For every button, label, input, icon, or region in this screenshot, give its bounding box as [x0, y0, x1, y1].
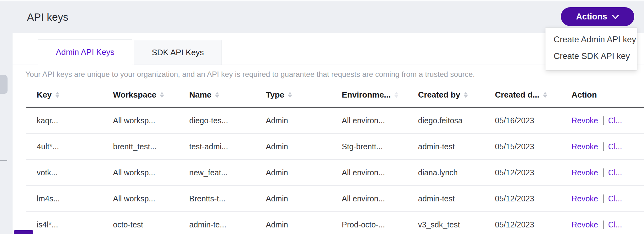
cell-created-date: 05/16/2023	[495, 116, 572, 125]
cell-type: Admin	[266, 142, 342, 151]
cell-workspace: octo-test	[113, 220, 189, 229]
table-header-row: Key Workspace Name Type Environme...	[26, 90, 644, 108]
table-row: votk... All worksp... new_feat... Admin …	[26, 160, 644, 186]
tab-admin-api-keys[interactable]: Admin API Keys	[38, 40, 132, 65]
clone-link[interactable]: Cl...	[608, 142, 622, 151]
tab-sdk-api-keys[interactable]: SDK API Keys	[134, 40, 222, 65]
action-divider	[603, 116, 604, 125]
action-divider	[603, 221, 604, 229]
revoke-link[interactable]: Revoke	[572, 194, 598, 203]
column-header-created-by[interactable]: Created by	[418, 90, 495, 100]
cell-type: Admin	[266, 116, 342, 125]
cell-created-by: admin-test	[418, 142, 495, 151]
actions-button-label: Actions	[576, 12, 607, 22]
revoke-link[interactable]: Revoke	[572, 142, 598, 151]
side-scroll-handle[interactable]	[0, 75, 8, 94]
cell-created-by: diego.feitosa	[418, 116, 495, 125]
cell-name: diego-tes...	[189, 116, 266, 125]
menu-item-create-sdk-api-key[interactable]: Create SDK API key	[545, 48, 637, 65]
cell-environment: All environ...	[342, 194, 418, 203]
clone-link[interactable]: Cl...	[608, 116, 622, 125]
table-row: 4ult*... brentt_test... test-admi... Adm…	[26, 134, 644, 160]
revoke-link[interactable]: Revoke	[572, 116, 598, 125]
cell-action: Revoke Cl...	[572, 168, 644, 177]
cell-name: new_feat...	[189, 168, 266, 177]
menu-item-create-admin-api-key[interactable]: Create Admin API key	[545, 31, 637, 48]
sort-icon[interactable]	[215, 92, 219, 98]
chevron-down-icon	[612, 12, 619, 22]
revoke-link[interactable]: Revoke	[572, 168, 598, 177]
page-title: API keys	[27, 11, 68, 23]
cell-name: test-admi...	[189, 142, 266, 151]
table-row: is4l*... octo-test admin-te... Admin Pro…	[26, 212, 644, 234]
column-header-key[interactable]: Key	[26, 90, 113, 100]
clone-link[interactable]: Cl...	[608, 168, 622, 177]
cell-type: Admin	[266, 220, 342, 229]
column-header-created-date[interactable]: Created d...	[495, 90, 572, 100]
actions-button[interactable]: Actions	[561, 7, 634, 26]
cell-key: votk...	[26, 168, 113, 177]
clone-link[interactable]: Cl...	[608, 194, 622, 203]
cell-workspace: All worksp...	[113, 168, 189, 177]
cell-name: Brentts-t...	[189, 194, 266, 203]
api-keys-table: Key Workspace Name Type Environme...	[26, 90, 644, 234]
cell-workspace: All worksp...	[113, 116, 189, 125]
cell-created-by: v3_sdk_test	[418, 220, 495, 229]
actions-dropdown-menu: Create Admin API key Create SDK API key	[545, 28, 637, 70]
cell-key: 4ult*...	[26, 142, 113, 151]
cell-action: Revoke Cl...	[572, 220, 644, 229]
cell-created-date: 05/15/2023	[495, 142, 572, 151]
clone-link[interactable]: Cl...	[608, 220, 622, 229]
cell-created-date: 05/12/2023	[495, 168, 572, 177]
cell-created-date: 05/12/2023	[495, 194, 572, 203]
api-keys-page: API keys Actions Create Admin API key Cr…	[0, 0, 644, 234]
cell-created-by: admin-test	[418, 194, 495, 203]
bottom-accent-bar	[14, 230, 33, 234]
top-divider	[0, 0, 644, 1]
action-divider	[603, 142, 604, 151]
cell-created-by: diana.lynch	[418, 168, 495, 177]
column-header-environment[interactable]: Environme...	[342, 90, 418, 100]
cell-action: Revoke Cl...	[572, 142, 644, 151]
cell-environment: All environ...	[342, 116, 418, 125]
action-divider	[603, 194, 604, 203]
column-header-name[interactable]: Name	[189, 90, 266, 100]
cell-key: is4l*...	[26, 220, 113, 229]
column-header-action: Action	[572, 90, 644, 100]
sort-icon[interactable]	[160, 92, 164, 98]
cell-type: Admin	[266, 168, 342, 177]
sort-icon[interactable]	[464, 92, 468, 98]
sort-icon[interactable]	[543, 92, 547, 98]
column-header-type[interactable]: Type	[266, 90, 342, 100]
cell-key: lm4s...	[26, 194, 113, 203]
revoke-link[interactable]: Revoke	[572, 220, 598, 229]
cell-action: Revoke Cl...	[572, 194, 644, 203]
cell-environment: Prod-octo-...	[342, 220, 418, 229]
description-text: Your API keys are unique to your organiz…	[25, 70, 644, 79]
cell-type: Admin	[266, 194, 342, 203]
sort-icon[interactable]	[56, 92, 59, 98]
cell-action: Revoke Cl...	[572, 116, 644, 125]
side-divider-dash	[0, 160, 7, 161]
table-row: kaqr... All worksp... diego-tes... Admin…	[26, 108, 644, 134]
cell-workspace: brentt_test...	[113, 142, 189, 151]
cell-key: kaqr...	[26, 116, 113, 125]
sort-icon[interactable]	[394, 92, 398, 98]
cell-name: admin-te...	[189, 220, 266, 229]
cell-environment: All environ...	[342, 168, 418, 177]
sort-icon[interactable]	[288, 92, 292, 98]
cell-created-date: 05/12/2023	[495, 220, 572, 229]
table-row: lm4s... All worksp... Brentts-t... Admin…	[26, 186, 644, 212]
cell-environment: Stg-brentt...	[342, 142, 418, 151]
action-divider	[603, 168, 604, 177]
column-header-workspace[interactable]: Workspace	[113, 90, 189, 100]
cell-workspace: All worksp...	[113, 194, 189, 203]
